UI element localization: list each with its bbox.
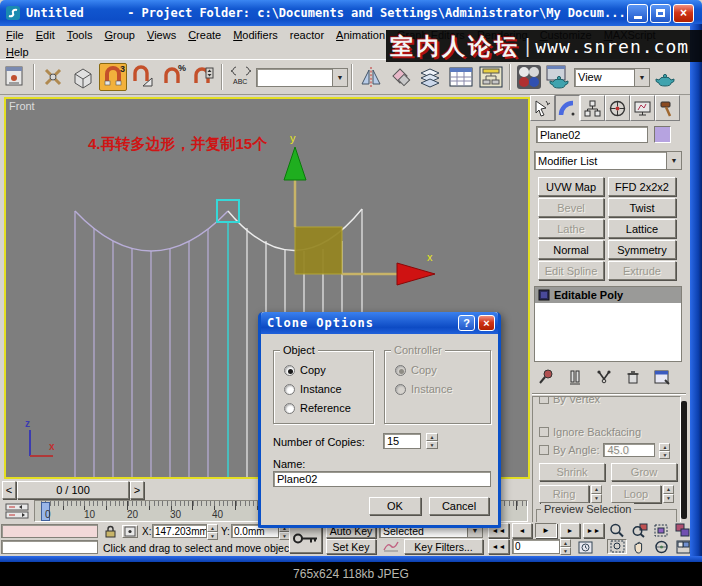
menu-reactor[interactable]: reactor [284,29,330,41]
move-gizmo[interactable]: y x [284,132,435,285]
time-slider-next-button[interactable]: > [130,481,144,499]
close-button[interactable]: × [673,4,694,23]
set-keys-button[interactable] [289,524,322,553]
time-slider-prev-button[interactable]: < [2,481,16,499]
angle-snap-toggle-button[interactable] [129,63,157,91]
radio-copy-circle[interactable] [284,365,295,376]
cancel-button[interactable]: Cancel [429,497,489,515]
menu-tools[interactable]: Tools [61,29,99,41]
new-key-filter-curve-icon[interactable] [380,539,402,554]
modifier-button-lattice[interactable]: Lattice [608,219,676,238]
menu-modifiers[interactable]: Modifiers [227,29,284,41]
remove-modifier-icon[interactable] [621,367,645,387]
gizmo-xy-plane-handle[interactable] [295,227,342,274]
object-color-swatch[interactable] [654,126,671,143]
modifier-button-symmetry[interactable]: Symmetry [608,240,676,259]
snaps-toggle-button[interactable]: 3 [99,63,127,91]
select-and-manipulate-button[interactable] [1,63,29,91]
pan-view-button[interactable] [629,539,649,554]
previous-frame-button[interactable]: ◄ [512,523,532,538]
named-selection-combo[interactable]: ▼ [256,68,348,87]
layers-button[interactable] [417,63,445,91]
modifier-list-combo[interactable]: Modifier List ▼ [534,151,682,170]
play-animation-button[interactable]: ► [535,523,557,538]
selected-vertex-marker[interactable] [217,200,239,477]
go-to-end-button[interactable]: ►► [583,523,604,538]
spinner-snap-toggle-button[interactable] [189,63,217,91]
next-frame-button[interactable]: ► [560,523,580,538]
bind-to-space-warp-button[interactable] [69,63,97,91]
radio-instance-circle[interactable] [284,384,295,395]
zoom-region-button[interactable] [607,539,627,554]
radio-reference[interactable]: Reference [284,402,351,414]
set-key-button[interactable]: Set Key [326,539,376,554]
zoom-button[interactable] [607,523,627,538]
object-name-field[interactable]: Plane02 [536,126,648,143]
radio-reference-circle[interactable] [284,403,295,414]
tab-display[interactable] [630,95,655,121]
pin-stack-icon[interactable] [534,367,558,387]
menu-help[interactable]: Help [0,46,35,58]
ok-button[interactable]: OK [369,497,421,515]
menu-edit[interactable]: Edit [30,29,61,41]
time-slider-track[interactable]: 0 / 100 [17,481,129,499]
open-mini-curve-editor-button[interactable] [4,502,30,520]
edit-named-selection-sets-button[interactable]: ABC [227,63,255,91]
modifier-button-ffd-2x2x2[interactable]: FFD 2x2x2 [608,177,676,196]
tab-hierarchy[interactable] [580,95,605,121]
mirror-button[interactable] [357,63,385,91]
tab-create[interactable] [530,95,555,121]
time-configuration-button[interactable] [576,539,594,554]
align-button[interactable] [387,63,415,91]
modifier-button-uvw-map[interactable]: UVW Map [538,177,604,196]
current-frame-field[interactable]: 0 [512,539,560,554]
curve-editor-button[interactable] [447,63,475,91]
quick-render-button[interactable] [651,63,679,91]
key-mode-toggle-button[interactable]: ◄◄ [488,539,509,554]
menu-animation[interactable]: Animation [330,29,391,41]
percent-snap-toggle-button[interactable]: % [159,63,187,91]
menu-group[interactable]: Group [98,29,141,41]
zoom-extents-button[interactable] [651,523,671,538]
zoom-all-button[interactable] [629,523,649,538]
copies-spinner[interactable]: ▲▼ [426,433,438,449]
configure-modifier-sets-icon[interactable] [650,367,674,387]
x-coord-spinner[interactable]: ▲▼ [207,524,218,538]
dialog-titlebar[interactable]: Clone Options ? × [261,312,498,334]
modifier-list-combo-arrow[interactable]: ▼ [666,152,681,169]
render-type-combo-arrow[interactable]: ▼ [634,69,649,86]
tab-utilities[interactable] [655,95,680,121]
maxscript-listener-pane[interactable] [1,540,98,554]
menu-views[interactable]: Views [141,29,182,41]
minimize-button[interactable] [627,4,648,23]
name-field[interactable]: Plane02 [273,471,491,487]
maximize-button[interactable] [650,4,671,23]
stack-row-editable-poly[interactable]: Editable Poly [535,287,681,303]
dialog-close-button[interactable]: × [478,315,495,331]
dialog-help-button[interactable]: ? [458,315,475,331]
absolute-mode-toggle[interactable] [122,525,138,538]
tab-modify[interactable] [555,95,580,121]
macro-recorder-pane[interactable] [1,524,98,538]
material-editor-button[interactable] [515,63,543,91]
command-panel-scrollbar[interactable] [681,401,687,519]
show-end-result-icon[interactable] [563,367,587,387]
render-type-combo[interactable]: View ▼ [574,68,650,87]
gizmo-x-arrowhead[interactable] [397,263,435,285]
titlebar[interactable]: Untitled - Project Folder: c:\Documents … [0,0,702,26]
modifier-button-twist[interactable]: Twist [608,198,676,217]
radio-copy[interactable]: Copy [284,364,326,376]
x-coord-field[interactable]: 147.203mm [152,524,207,538]
menu-create[interactable]: Create [182,29,227,41]
modifier-button-normal[interactable]: Normal [538,240,604,259]
named-selection-combo-arrow[interactable]: ▼ [332,69,347,86]
selection-lock-toggle[interactable] [102,525,118,538]
render-setup-button[interactable] [545,63,573,91]
gizmo-y-arrowhead[interactable] [284,147,306,180]
tab-motion[interactable] [605,95,630,121]
arc-rotate-button[interactable] [651,539,671,554]
make-unique-icon[interactable] [592,367,616,387]
frame-spinner[interactable]: ▲▼ [560,539,571,554]
key-filters-button[interactable]: Key Filters... [404,539,483,554]
radio-instance[interactable]: Instance [284,383,342,395]
